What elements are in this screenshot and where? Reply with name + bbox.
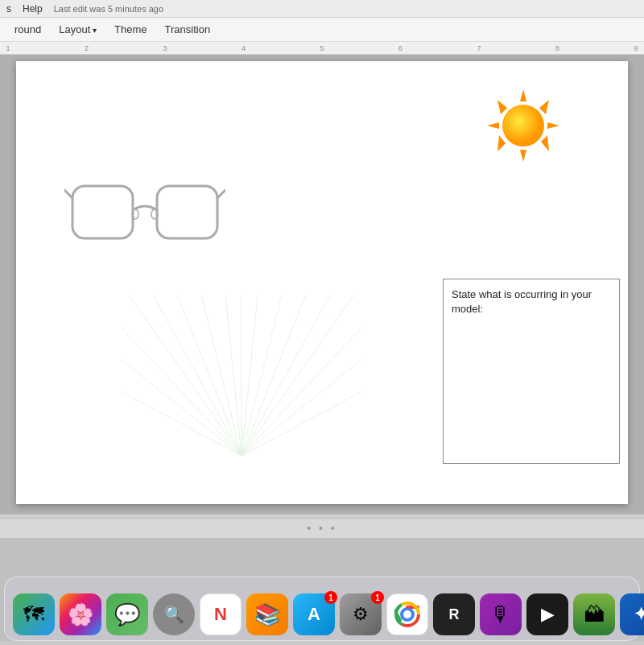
last-edit-label: Last edit was 5 minutes ago	[54, 4, 163, 14]
slide-container: State what is occurring in your model:	[0, 55, 644, 514]
svg-rect-27	[157, 186, 217, 238]
svg-line-29	[217, 190, 225, 198]
svg-line-16	[242, 295, 282, 456]
dock-icon-messages[interactable]: 💬	[106, 593, 148, 635]
toolbar-round-btn[interactable]: round	[6, 21, 49, 38]
ruler-marks: 1 2 3 4 5 6 7 8 9	[3, 44, 641, 52]
dock-icon-settings[interactable]: ⚙ 1	[340, 593, 382, 635]
svg-marker-4	[520, 150, 526, 162]
appletv-icon: ▶	[541, 604, 555, 625]
toolbar-layout-btn[interactable]: Layout	[51, 21, 105, 38]
ruler: 1 2 3 4 5 6 7 8 9	[0, 42, 644, 55]
maps-icon: 🗺	[23, 602, 44, 627]
toolbar-theme-btn[interactable]: Theme	[106, 21, 155, 38]
sun-graphic	[483, 85, 564, 166]
svg-marker-2	[547, 122, 559, 129]
svg-line-21	[121, 359, 242, 456]
files-icon: 🔍	[164, 605, 184, 624]
roblox-icon: R	[449, 606, 460, 623]
svg-line-9	[129, 295, 242, 456]
appstore-badge: 1	[324, 591, 337, 604]
text-box[interactable]: State what is occurring in your model:	[443, 279, 620, 464]
photos-icon: 🌸	[68, 602, 93, 627]
ruler-mark-9: 9	[631, 44, 641, 52]
dock-icon-photos[interactable]: 🌸	[60, 593, 101, 635]
dock-icon-appletv[interactable]: ▶	[526, 593, 568, 635]
glasses-graphic	[64, 166, 225, 287]
dock-icon-keeweex[interactable]: ✦	[620, 593, 644, 635]
svg-line-28	[64, 190, 72, 198]
svg-marker-7	[497, 100, 507, 114]
ruler-mark-3: 3	[160, 44, 170, 52]
menu-item-s[interactable]: s	[6, 3, 11, 14]
chrome-icon	[394, 602, 420, 627]
dock-icon-appstore[interactable]: A 1	[293, 593, 335, 635]
slide-dots: • • •	[0, 519, 644, 538]
settings-badge: 1	[371, 591, 384, 604]
appstore-icon: A	[308, 604, 320, 625]
text-box-content: State what is occurring in your model:	[452, 288, 592, 315]
svg-marker-0	[520, 89, 526, 101]
svg-line-17	[242, 295, 306, 456]
messages-icon: 💬	[114, 602, 140, 627]
svg-marker-3	[541, 135, 549, 151]
books-icon: 📚	[254, 602, 280, 627]
svg-marker-6	[487, 122, 499, 129]
dock-icon-roblox[interactable]: R	[433, 593, 475, 635]
dock-background: 🗺 🌸 💬 🔍 N 📚 A 1 ⚙ 1	[0, 544, 644, 641]
svg-line-19	[242, 295, 354, 456]
toolbar-transition-btn[interactable]: Transition	[157, 21, 219, 38]
slide[interactable]: State what is occurring in your model:	[16, 61, 628, 504]
menu-bar: s Help Last edit was 5 minutes ago	[0, 0, 644, 18]
ruler-mark-2: 2	[82, 44, 92, 52]
ruler-mark-1: 1	[3, 44, 13, 52]
ruler-mark-5: 5	[317, 44, 327, 52]
toolbar: round Layout Theme Transition	[0, 18, 644, 42]
settings-icon: ⚙	[353, 604, 369, 625]
dock-icon-files[interactable]: 🔍	[153, 593, 195, 635]
svg-line-24	[242, 359, 362, 456]
svg-marker-5	[497, 135, 506, 151]
dock-spacer	[0, 538, 644, 544]
dock-icon-news[interactable]: N	[200, 593, 242, 635]
svg-line-12	[201, 295, 242, 456]
ruler-mark-6: 6	[396, 44, 406, 52]
dock-icon-books[interactable]: 📚	[246, 593, 288, 635]
ruler-mark-7: 7	[474, 44, 484, 52]
podcasts-icon: 🎙	[490, 602, 511, 627]
dock-icon-mountain[interactable]: 🏔	[573, 593, 615, 635]
ruler-mark-4: 4	[239, 44, 249, 52]
dock-icon-chrome[interactable]	[386, 593, 428, 635]
ruler-mark-8: 8	[553, 44, 563, 52]
menu-item-help[interactable]: Help	[23, 3, 43, 14]
radial-lines-svg	[121, 295, 362, 456]
dock-icon-podcasts[interactable]: 🎙	[480, 593, 522, 635]
svg-point-38	[403, 610, 411, 618]
dots-indicator: • • •	[307, 522, 336, 535]
dock-icon-maps[interactable]: 🗺	[13, 593, 55, 635]
dock: 🗺 🌸 💬 🔍 N 📚 A 1 ⚙ 1	[4, 577, 640, 641]
svg-rect-26	[72, 186, 133, 238]
glasses-svg	[64, 166, 225, 271]
svg-point-8	[502, 105, 544, 147]
news-icon: N	[214, 604, 227, 625]
svg-line-11	[177, 295, 242, 456]
keeweex-icon: ✦	[634, 604, 644, 625]
sun-svg	[483, 85, 564, 166]
mountain-icon: 🏔	[584, 602, 605, 627]
svg-marker-1	[539, 100, 549, 114]
